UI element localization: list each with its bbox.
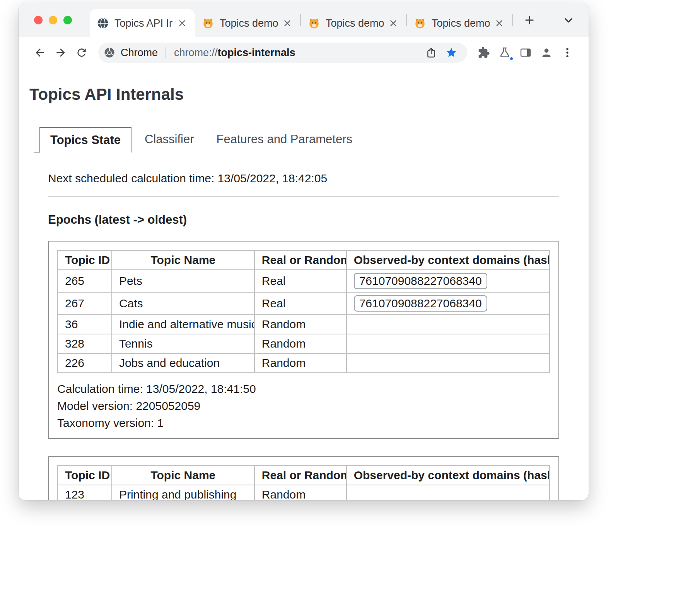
table-row: 123 Printing and publishing Random [58,485,550,500]
tab-title: Topics API Internals [114,17,172,29]
tab-search-chevron-icon[interactable] [562,13,575,27]
share-icon[interactable] [422,44,440,62]
bookmark-star-icon[interactable] [442,44,460,62]
fullscreen-window-button[interactable] [63,16,72,24]
col-real-or-random: Real or Random [254,466,347,485]
tab-title: Topics demo [432,17,490,29]
epoch-metadata: Calculation time: 13/05/2022, 18:41:50 M… [57,382,550,430]
col-observed-domains: Observed-by context domains (hashed) [347,250,550,270]
table-header-row: Topic ID Topic Name Real or Random Obser… [58,250,550,270]
browser-menu-icon[interactable] [557,42,578,63]
tab-features-and-parameters[interactable]: Features and Parameters [207,127,362,152]
tab-topics-state[interactable]: Topics State [39,127,131,152]
topics-state-panel: Next scheduled calculation time: 13/05/2… [48,172,559,500]
forward-button[interactable] [50,42,71,63]
tab-strip: Topics API Internals Topics demo [19,3,589,37]
topic-id: 265 [58,270,112,292]
tab-separator [512,14,513,26]
extensions-puzzle-icon[interactable] [473,42,494,63]
col-observed-domains: Observed-by context domains (hashed) [347,466,550,485]
observed-domains-cell [347,485,550,500]
browser-tab-topics-internals[interactable]: Topics API Internals [90,9,195,37]
browser-tab-topics-demo-3[interactable]: Topics demo [407,9,512,37]
calculation-time: Calculation time: 13/05/2022, 18:41:50 [57,382,550,396]
topic-name: Pets [112,270,254,292]
table-row: 36 Indie and alternative music Random [58,315,550,334]
col-topic-id: Topic ID [58,250,112,270]
table-row: 265 Pets Real 7610709088227068340 [58,270,550,292]
real-or-random: Real [254,270,347,292]
epoch-table: Topic ID Topic Name Real or Random Obser… [57,465,550,500]
tab-classifier[interactable]: Classifier [135,127,203,152]
topic-id: 36 [58,315,112,334]
topic-name: Tennis [112,334,254,353]
cat-favicon-icon [414,17,426,29]
close-tab-icon[interactable] [282,17,293,29]
reload-button[interactable] [71,42,92,63]
globe-favicon-icon [97,17,109,29]
observed-domains-cell: 7610709088227068340 [347,292,550,315]
close-tab-icon[interactable] [388,17,399,29]
topic-id: 267 [58,292,112,315]
url-host: topics-internals [218,47,295,59]
observed-domains-cell [347,353,550,373]
topic-id: 226 [58,353,112,373]
observed-domains-cell: 7610709088227068340 [347,270,550,292]
tab-bar-lead-line [34,127,39,152]
close-tab-icon[interactable] [493,17,505,29]
browser-toolbar: Chrome chrome://topics-internals [19,37,589,68]
close-tab-icon[interactable] [176,17,188,29]
epoch-box-latest: Topic ID Topic Name Real or Random Obser… [48,241,559,439]
profile-avatar-icon[interactable] [536,42,557,63]
browser-tab-topics-demo-1[interactable]: Topics demo [195,9,300,37]
window-controls [34,16,72,24]
table-row: 267 Cats Real 7610709088227068340 [58,292,550,315]
topic-id: 328 [58,334,112,353]
observed-domains-cell [347,334,550,353]
browser-window: Topics API Internals Topics demo [19,3,589,500]
tab-title: Topics demo [220,17,278,29]
col-topic-name: Topic Name [112,466,254,485]
real-or-random: Random [254,353,347,373]
url-divider [166,47,166,58]
table-row: 226 Jobs and education Random [58,353,550,373]
observed-domains-cell [347,315,550,334]
real-or-random: Real [254,292,347,315]
real-or-random: Random [254,334,347,353]
side-panel-icon[interactable] [515,42,536,63]
col-real-or-random: Real or Random [254,250,347,270]
browser-tabs: Topics API Internals Topics demo [90,3,540,37]
address-bar[interactable]: Chrome chrome://topics-internals [98,43,467,63]
page-tab-bar: Topics State Classifier Features and Par… [34,127,589,152]
back-button[interactable] [29,42,50,63]
new-tab-button[interactable] [519,10,540,31]
minimize-window-button[interactable] [49,16,57,24]
table-header-row: Topic ID Topic Name Real or Random Obser… [58,466,550,485]
chrome-logo-icon [104,47,115,58]
domain-hash-chip: 7610709088227068340 [354,273,487,289]
epoch-box-older: Topic ID Topic Name Real or Random Obser… [48,456,559,500]
cat-favicon-icon [202,17,214,29]
topic-name: Indie and alternative music [112,315,254,334]
real-or-random: Random [254,485,347,500]
labs-flask-icon[interactable] [494,42,515,63]
browser-tab-topics-demo-2[interactable]: Topics demo [301,9,406,37]
epochs-heading: Epochs (latest -> oldest) [48,213,559,227]
taxonomy-version: Taxonomy version: 1 [57,416,550,430]
topic-id: 123 [58,485,112,500]
next-calculation-time: Next scheduled calculation time: 13/05/2… [48,172,559,185]
col-topic-id: Topic ID [58,466,112,485]
model-version: Model version: 2205052059 [57,399,550,413]
table-row: 328 Tennis Random [58,334,550,353]
close-window-button[interactable] [34,16,43,24]
labs-notification-dot [509,56,514,61]
real-or-random: Random [254,315,347,334]
page-title: Topics API Internals [29,85,589,104]
col-topic-name: Topic Name [112,250,254,270]
domain-hash-chip: 7610709088227068340 [354,295,487,312]
cat-favicon-icon [308,17,320,29]
search-engine-label: Chrome [121,47,158,59]
page-content: Topics API Internals Topics State Classi… [19,85,589,500]
topic-name: Printing and publishing [112,485,254,500]
epoch-table: Topic ID Topic Name Real or Random Obser… [57,250,550,373]
